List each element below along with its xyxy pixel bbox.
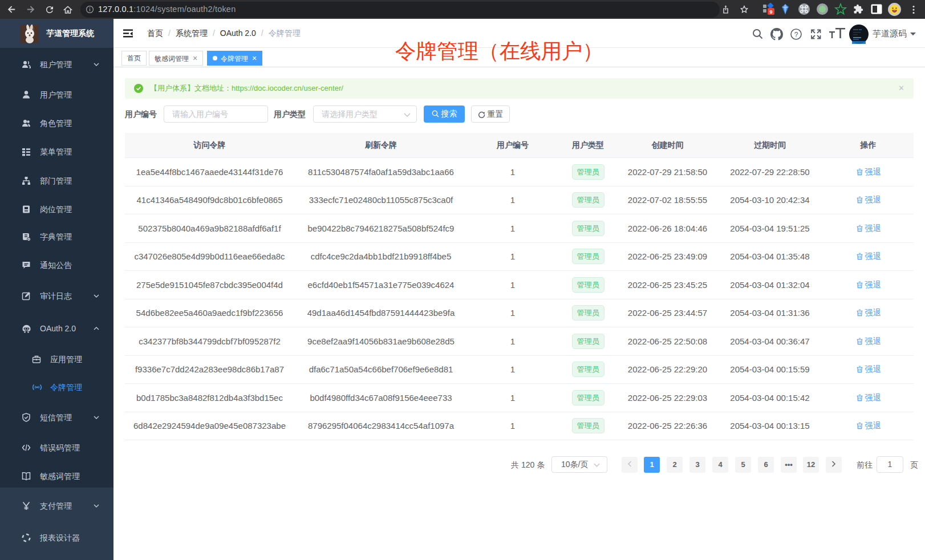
svg-text:?: ? [794,31,798,39]
svg-text:9: 9 [769,9,772,15]
